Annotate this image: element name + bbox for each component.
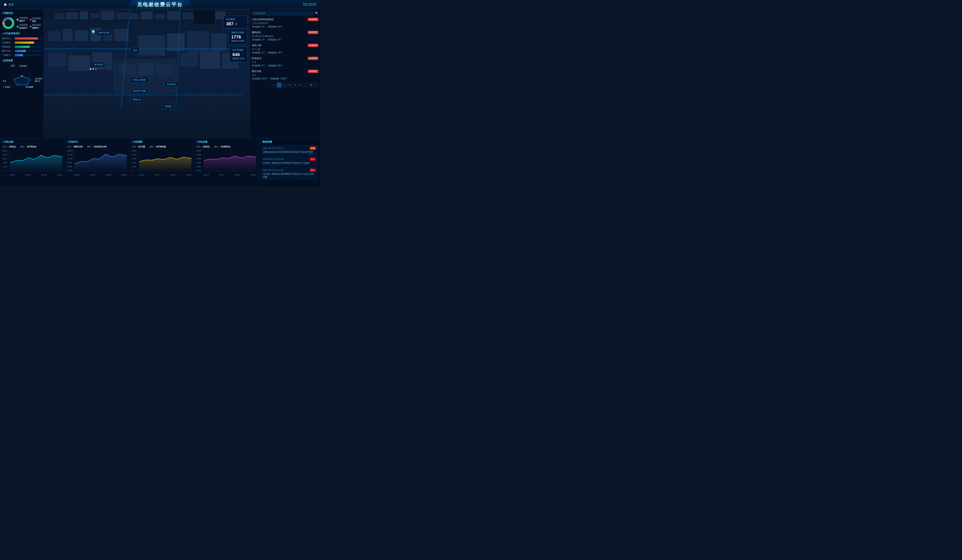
station-badge-1: 故障报警 xyxy=(308,18,318,21)
station-sub-4: 上苦 xyxy=(252,61,318,64)
news-time-2: 2022-08 22 16:12:08 xyxy=(263,158,283,160)
station-charge-4: 充电桩数: 5个 xyxy=(252,64,265,67)
page-4-btn[interactable]: 4 xyxy=(293,83,297,87)
svg-line-58 xyxy=(176,9,180,108)
rank-label-3: 河南信息安... xyxy=(2,45,14,48)
home-nav[interactable]: 🏠 首页 xyxy=(3,3,14,6)
map-label-3: 菜鸟基地 xyxy=(92,62,105,67)
page-2-btn[interactable]: 2 xyxy=(282,83,287,87)
ev-charge-value: 1776 xyxy=(231,34,245,40)
charge-duration-title: 充电时长 xyxy=(67,140,127,144)
loop-status-legend: 充电回路 603个 故障回路 100 空闲回路 12025个 xyxy=(17,16,41,30)
svg-rect-35 xyxy=(48,31,60,41)
svg-text:6个: 6个 xyxy=(30,86,34,88)
svg-rect-36 xyxy=(63,29,73,41)
svg-rect-28 xyxy=(130,14,139,19)
station-badge-2: 故障报警 xyxy=(308,31,318,34)
station-sub-1: 江苏足球闸路9号 xyxy=(252,22,318,25)
station-name-5: 紫宫华庭 xyxy=(252,70,261,73)
station-list: 江苏足球研究院测试 故障报警 江苏足球闸路9号 充电桩数: 6个 回路数量: 5… xyxy=(252,17,318,82)
svg-rect-30 xyxy=(155,14,165,19)
station-item-1: 江苏足球研究院测试 故障报警 江苏足球闸路9号 充电桩数: 6个 回路数量: 5… xyxy=(252,17,318,30)
page-3-btn[interactable]: 3 xyxy=(287,83,292,87)
ev-charge-title: 电瓶车充电延 xyxy=(231,31,245,34)
map-label-8: 30回路 xyxy=(163,104,173,109)
car-charge-title: 车位充电桩 xyxy=(232,48,245,52)
car-charge-value: 646 xyxy=(232,52,245,57)
page-ellipsis: ... xyxy=(303,83,308,87)
svg-text:社区园区: 社区园区 xyxy=(35,77,42,80)
station-badge-5: 故障报警 xyxy=(308,70,318,73)
loop-status-section: 充电回路 603个 故障回路 100 空闲回路 12025个 xyxy=(2,16,42,30)
svg-rect-43 xyxy=(187,31,209,53)
next-page-btn[interactable]: > xyxy=(314,83,318,87)
news-time-3: 2022-08 22 16:12:08 xyxy=(263,169,283,171)
pagination: < 1 2 3 4 5 ... 78 > xyxy=(252,82,318,87)
station-loop-1: 回路数量: 52个 xyxy=(268,25,282,28)
news-text-2: 北京第二保联站在20200001877起发生火力故障 xyxy=(263,161,316,165)
map-label-1: 服务专业站 xyxy=(97,30,112,36)
station-sub-2: 南京邮电大学樱桃校区 xyxy=(252,35,318,38)
page-title: 充电桩收费云平台 xyxy=(137,1,183,8)
station-badge-3: 故障报警 xyxy=(308,44,318,47)
svg-rect-26 xyxy=(101,11,114,20)
charge-count-chart: 充电次数 今日：1391次 累计：347952次 5,0004,0003,000… xyxy=(0,139,65,187)
map-label-5: 双庆里小花园 xyxy=(131,88,148,94)
usage-scene-section: 学校园区 10个 社区园区 361个 商场园区 6个 厂区园区 5个 xyxy=(2,64,42,89)
news-text-1: 花卿山铸桩在20210220001020和左车门盖桌护范围 xyxy=(263,150,316,153)
news-panel: 最新报警 2022-08 22 16:12:23 在线 花卿山铸桩在202102… xyxy=(258,139,320,187)
station-loop-5: 回路数量: 1530个 xyxy=(270,77,287,80)
svg-rect-46 xyxy=(68,55,90,71)
charge-duration-total: 累计：1625230小时 xyxy=(87,145,107,148)
station-search-bar: 🔍 xyxy=(252,11,318,15)
charge-kwh-today: 今日：1417度 xyxy=(131,145,145,148)
station-sub-5: 苏州 xyxy=(252,74,318,77)
station-charge-3: 充电桩数: 1个 xyxy=(252,51,265,54)
charge-duration-today: 今日：3988小时 xyxy=(67,145,83,148)
map-label-6: 章鱼比比 xyxy=(131,97,144,102)
station-name-4: 匡安饭店 xyxy=(252,57,261,60)
news-time-1: 2022-08 22 16:12:23 xyxy=(263,147,283,150)
svg-text:361个: 361个 xyxy=(35,80,41,82)
bottom-panel: 充电次数 今日：1391次 累计：347952次 5,0004,0003,000… xyxy=(0,138,320,187)
page-78-btn[interactable]: 78 xyxy=(309,83,313,87)
page-1-btn[interactable]: 1 xyxy=(277,83,281,87)
charge-amount-today: 今日：1868元 xyxy=(196,145,210,148)
station-item-5: 紫宫华庭 故障报警 苏州 充电桩数: 153个 回路数量: 1530个 xyxy=(252,69,318,82)
station-count-value: 387 个 xyxy=(226,21,245,26)
station-search-input[interactable] xyxy=(252,11,314,15)
car-charge-rate: 使用率 0.8% xyxy=(232,57,245,60)
svg-rect-45 xyxy=(48,53,66,66)
news-text-3: 北京第二保联站在20200001877起发生火力停止充电范围 xyxy=(263,173,316,179)
usage-scene-title: 使用场景 xyxy=(2,59,42,62)
prev-page-btn[interactable]: < xyxy=(272,83,276,87)
svg-rect-22 xyxy=(55,14,64,19)
station-count-card: 站点数量 387 个 xyxy=(223,16,247,28)
svg-text:厂区园区: 厂区园区 xyxy=(3,86,11,88)
news-badge-2: 停止 xyxy=(310,158,316,161)
charge-count-title: 充电次数 xyxy=(2,140,62,144)
svg-rect-32 xyxy=(182,13,194,19)
station-loop-4: 回路数量: 50个 xyxy=(268,64,282,67)
map-label-2: 乐想 xyxy=(131,48,139,53)
usage-rank-section: 淮安月坛... 上海免泡地... 河南信息安... 黄河口内部... 广西新宁中… xyxy=(2,37,42,57)
station-loop-2: 回路数量: 0个 xyxy=(268,38,281,41)
svg-text:10个: 10个 xyxy=(11,65,15,67)
donut-chart xyxy=(2,16,15,30)
ev-charge-card: 电瓶车充电延 1776 使用率 0.94% xyxy=(228,29,247,45)
car-charge-card: 车位充电桩 646 使用率 0.8% xyxy=(229,47,247,62)
svg-rect-51 xyxy=(156,64,173,75)
rank-label-5: 广西新宁中... xyxy=(2,53,14,57)
rank-label-1: 淮安月坛... xyxy=(2,37,14,40)
search-icon[interactable]: 🔍 xyxy=(315,12,318,15)
rank-label-4: 黄河口内部... xyxy=(2,50,14,53)
station-name-1: 江苏足球研究院测试 xyxy=(252,18,273,21)
svg-rect-41 xyxy=(139,36,165,55)
page-5-btn[interactable]: 5 xyxy=(298,83,302,87)
header: 🏠 首页 充电桩收费云平台 16:23:07 xyxy=(0,0,320,9)
home-label: 首页 xyxy=(8,3,14,6)
charge-duration-chart: 充电时长 今日：3988小时 累计：1625230小时 18,00015,000… xyxy=(65,139,129,187)
svg-point-60 xyxy=(93,31,94,32)
svg-rect-37 xyxy=(75,30,88,41)
svg-point-4 xyxy=(5,19,12,27)
